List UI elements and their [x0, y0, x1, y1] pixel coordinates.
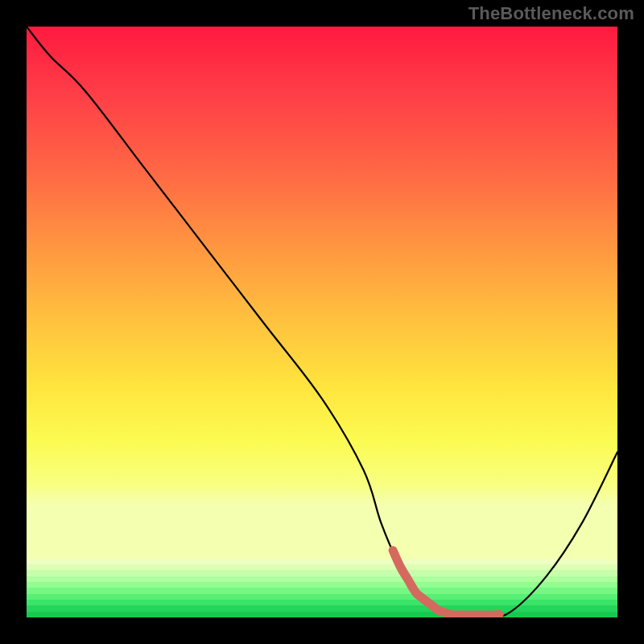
- chart-frame: TheBottleneck.com: [0, 0, 644, 644]
- bottleneck-curve: [27, 27, 617, 617]
- curve-layer: [27, 27, 617, 617]
- highlight-band: [393, 551, 499, 615]
- watermark-text: TheBottleneck.com: [469, 3, 634, 24]
- plot-area: [27, 27, 617, 617]
